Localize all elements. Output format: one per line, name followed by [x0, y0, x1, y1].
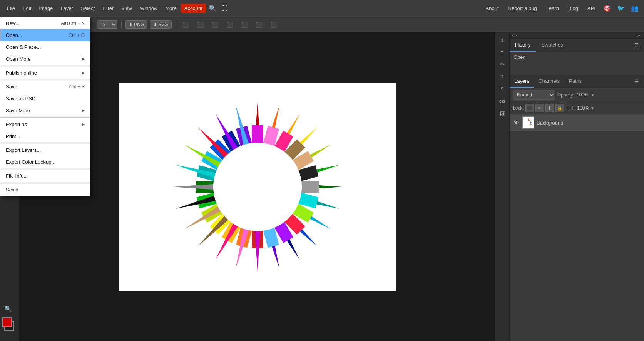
tab-channels[interactable]: Channels: [534, 75, 564, 88]
menu-open[interactable]: Open... Ctrl + O: [0, 29, 90, 41]
toolbar-sep-3: [121, 20, 122, 29]
history-panel: History Swatches ☰ Open: [510, 39, 644, 75]
align-center-v-icon[interactable]: ⬛: [238, 18, 251, 31]
tool-zoom[interactable]: 🔍: [1, 302, 15, 316]
right-tools: ℹ ≡ ✏ T ¶ css 🖼: [495, 32, 509, 341]
layer-row-background[interactable]: 👁 Background: [510, 114, 644, 131]
collapse-left-btn[interactable]: <>: [512, 33, 517, 38]
collapse-right-btn[interactable]: ><: [637, 33, 642, 38]
brush-settings-icon[interactable]: ✏: [497, 58, 508, 70]
layers-menu-icon[interactable]: ☰: [631, 76, 642, 87]
lock-position-btn[interactable]: ✏: [535, 104, 544, 112]
align-bottom-icon[interactable]: ⬛: [253, 18, 265, 31]
layer-visibility-icon[interactable]: 👁: [513, 119, 520, 126]
lock-label: Lock:: [513, 105, 524, 111]
menu-export-color-lookup[interactable]: Export Color Lookup...: [0, 156, 90, 168]
menu-about[interactable]: About: [482, 4, 503, 13]
export-layers-label: Export Layers...: [6, 147, 41, 153]
search-icon[interactable]: 🔍: [206, 2, 219, 15]
menu-publish-online[interactable]: Publish online ▶: [0, 67, 90, 79]
align-center-h-icon[interactable]: ⬛: [194, 18, 207, 31]
reddit-icon[interactable]: 🎯: [601, 2, 613, 15]
canvas-area[interactable]: [19, 32, 495, 341]
menu-report-bug[interactable]: Report a bug: [504, 4, 541, 13]
opacity-arrow-icon[interactable]: ▼: [591, 93, 595, 97]
menu-print[interactable]: Print...: [0, 130, 90, 142]
menu-export-layers[interactable]: Export Layers...: [0, 144, 90, 156]
tab-history[interactable]: History: [510, 39, 536, 52]
publish-label: Publish online: [6, 70, 37, 76]
opacity-value: 100%: [577, 92, 589, 98]
css-icon[interactable]: css: [497, 95, 508, 107]
save-more-arrow-icon: ▶: [82, 108, 85, 113]
new-shortcut: Alt+Ctrl + N: [61, 21, 85, 26]
menu-window[interactable]: Window: [136, 4, 161, 13]
menu-api[interactable]: API: [584, 4, 599, 13]
menu-account[interactable]: Account: [181, 4, 206, 13]
menu-select[interactable]: Select: [77, 4, 99, 13]
fill-value: 100%: [577, 105, 589, 111]
menu-more[interactable]: More: [161, 4, 181, 13]
menu-image[interactable]: Image: [35, 4, 57, 13]
svg-point-75: [213, 143, 302, 231]
save-label: Save: [6, 84, 17, 90]
menu-export-as[interactable]: Export as ▶: [0, 118, 90, 130]
menu-save[interactable]: Save Ctrl + S: [0, 81, 90, 93]
adjustments-icon[interactable]: ≡: [497, 46, 508, 58]
zoom-select[interactable]: 1x 2x 0.5x: [97, 20, 117, 29]
distribute-icon[interactable]: ⬛: [268, 18, 280, 31]
lock-all-btn[interactable]: 🔒: [555, 104, 564, 112]
file-info-label: File Info...: [6, 173, 28, 179]
open-more-arrow-icon: ▶: [82, 57, 85, 62]
text-settings-icon[interactable]: T: [497, 71, 508, 82]
save-psd-label: Save as PSD: [6, 96, 35, 101]
align-top-icon[interactable]: ⬛: [224, 18, 236, 31]
menu-script[interactable]: Script: [0, 184, 90, 196]
tab-layers[interactable]: Layers: [510, 75, 534, 88]
right-container: ℹ ≡ ✏ T ¶ css 🖼 <> >< History Swatches: [495, 32, 644, 341]
layers-tabs-group: Layers Channels Paths: [510, 75, 586, 88]
svg-label: SVG: [158, 22, 168, 27]
image-icon[interactable]: 🖼: [497, 108, 508, 119]
menu-open-more[interactable]: Open More ▶: [0, 53, 90, 65]
menu-layer[interactable]: Layer: [57, 4, 77, 13]
info-icon[interactable]: ℹ: [497, 34, 508, 45]
menu-new[interactable]: New... Alt+Ctrl + N: [0, 17, 90, 29]
facebook-icon[interactable]: 👥: [629, 2, 641, 15]
toolbar-sep-4: [176, 20, 176, 29]
fill-arrow-icon[interactable]: ▼: [590, 106, 594, 110]
export-as-arrow-icon: ▶: [82, 122, 85, 127]
history-content: Open: [510, 52, 644, 75]
lock-pixels-btn[interactable]: ⬛: [525, 104, 534, 112]
tab-swatches[interactable]: Swatches: [536, 39, 568, 52]
fg-color-swatch[interactable]: [2, 317, 12, 327]
menu-view[interactable]: View: [117, 4, 136, 13]
tab-paths[interactable]: Paths: [564, 75, 586, 88]
menu-filter[interactable]: Filter: [99, 4, 117, 13]
menu-file[interactable]: File: [3, 4, 19, 13]
menu-blog[interactable]: Blog: [564, 4, 582, 13]
history-menu-icon[interactable]: ☰: [631, 40, 642, 51]
lock-move-btn[interactable]: ✛: [545, 104, 554, 112]
blend-mode-select[interactable]: Normal Dissolve Multiply Screen Overlay: [513, 90, 555, 100]
menu-open-place[interactable]: Open & Place...: [0, 41, 90, 53]
toolbar: Transform controls Distances 1x 2x 0.5x …: [0, 17, 644, 32]
twitter-icon[interactable]: 🐦: [615, 2, 627, 15]
history-panel-tabs: History Swatches ☰: [510, 39, 644, 52]
align-right-icon[interactable]: ⬛: [209, 18, 221, 31]
menu-save-psd[interactable]: Save as PSD: [0, 93, 90, 105]
menu-save-more[interactable]: Save More ▶: [0, 105, 90, 116]
divider-1: [0, 66, 90, 66]
layers-controls: Normal Dissolve Multiply Screen Overlay …: [510, 88, 644, 102]
menu-learn[interactable]: Learn: [542, 4, 563, 13]
align-left-icon[interactable]: ⬛: [180, 18, 192, 31]
export-svg-btn[interactable]: ⬇ SVG: [150, 20, 171, 29]
open-place-label: Open & Place...: [6, 44, 41, 50]
menu-edit[interactable]: Edit: [19, 4, 35, 13]
divider-5: [0, 169, 90, 169]
fullscreen-icon[interactable]: ⛶: [219, 2, 231, 15]
paragraph-settings-icon[interactable]: ¶: [497, 83, 508, 95]
menu-file-info[interactable]: File Info...: [0, 170, 90, 182]
print-label: Print...: [6, 133, 20, 139]
export-png-btn[interactable]: ⬇ PNG: [125, 20, 147, 29]
